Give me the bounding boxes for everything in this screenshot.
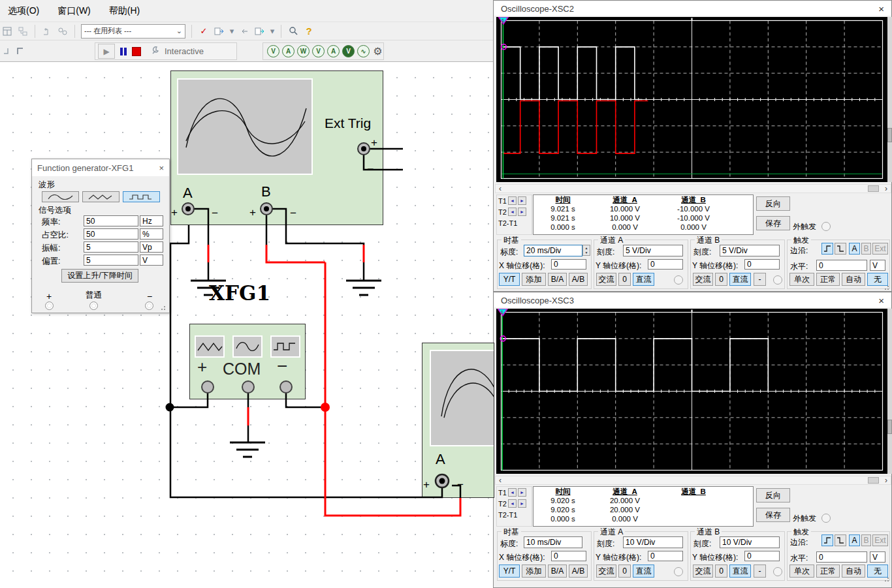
sine-wave-button[interactable] bbox=[42, 191, 79, 202]
ba-mode-button[interactable]: B/A bbox=[548, 565, 567, 578]
trigger-source-b-button[interactable]: B bbox=[861, 534, 871, 546]
single-trigger-button[interactable]: 单次 bbox=[789, 273, 814, 286]
single-trigger-button[interactable]: 单次 bbox=[789, 565, 814, 578]
window-resize-grip[interactable] bbox=[884, 284, 891, 290]
erc-check-icon[interactable]: ✓ bbox=[198, 25, 210, 37]
duty-cycle-unit[interactable]: % bbox=[140, 228, 163, 240]
t2-right-button[interactable]: ► bbox=[518, 499, 526, 508]
trigger-source-a-button[interactable]: A bbox=[849, 534, 860, 546]
offset-unit[interactable]: V bbox=[140, 255, 163, 266]
trigger-level-field[interactable]: 0 bbox=[816, 260, 867, 271]
scroll-right-icon[interactable]: › bbox=[882, 184, 891, 193]
export-icon[interactable] bbox=[214, 25, 225, 37]
oscilloscope-xsc3-window[interactable]: Oscilloscope-XSC3 × 1 ‹ › T1 ◄ ► T2 ◄ ► … bbox=[493, 292, 892, 588]
digital-probe-icon[interactable]: ∿ bbox=[357, 45, 370, 57]
t2-left-button[interactable]: ◄ bbox=[508, 208, 517, 216]
window-resize-grip[interactable] bbox=[884, 576, 891, 582]
minus-coupling-button[interactable]: - bbox=[754, 565, 766, 578]
y-position-field[interactable]: 0 bbox=[648, 551, 683, 561]
back-annotate-icon[interactable] bbox=[238, 25, 250, 37]
channel-scale-field[interactable]: 5 V/Div bbox=[623, 245, 683, 256]
in-use-list-dropdown[interactable]: --- 在用列表 --- ⌄ bbox=[81, 24, 185, 39]
schematic-canvas[interactable]: Ext Trig + − A + − B + − XFG1 + COM − A … bbox=[0, 62, 494, 588]
falling-edge-icon[interactable] bbox=[835, 534, 846, 546]
scope-right-strip-thumb[interactable] bbox=[887, 128, 892, 142]
rising-edge-icon[interactable] bbox=[821, 534, 833, 546]
y-position-field[interactable]: 0 bbox=[648, 259, 683, 270]
annotate-dropdown-icon[interactable]: ▾ bbox=[270, 25, 275, 37]
dc-coupling-button[interactable]: 直流 bbox=[633, 565, 654, 578]
trigger-source-b-button[interactable]: B bbox=[861, 243, 871, 255]
menu-help[interactable]: 帮助(H) bbox=[109, 5, 140, 17]
ac-coupling-button[interactable]: 交流 bbox=[596, 273, 616, 286]
t1-right-button[interactable]: ► bbox=[518, 196, 526, 205]
yt-mode-button[interactable]: Y/T bbox=[499, 565, 520, 578]
voltage-probe-icon[interactable]: V bbox=[267, 45, 279, 57]
window-grid-icon[interactable] bbox=[1, 25, 13, 37]
output-common-radio[interactable] bbox=[89, 302, 98, 310]
falling-edge-icon[interactable] bbox=[835, 243, 846, 255]
square-wave-button[interactable] bbox=[123, 191, 160, 202]
function-generator-dialog[interactable]: Function generator-XFG1 × 波形 信号选项 频率: 50… bbox=[31, 159, 170, 313]
menu-options[interactable]: 选项(O) bbox=[8, 5, 39, 17]
ac-coupling-button[interactable]: 交流 bbox=[693, 565, 713, 578]
channel-scale-field[interactable]: 10 V/Div bbox=[720, 536, 780, 548]
t2-left-button[interactable]: ◄ bbox=[508, 499, 517, 508]
auto-trigger-button[interactable]: 自动 bbox=[842, 273, 865, 286]
export-dropdown-icon[interactable]: ▾ bbox=[229, 25, 234, 37]
current-probe-icon[interactable]: A bbox=[282, 45, 295, 57]
channel-radio[interactable] bbox=[773, 275, 782, 285]
auto-trigger-button[interactable]: 自动 bbox=[842, 565, 865, 578]
channel-radio[interactable] bbox=[674, 567, 683, 576]
triangle-wave-button[interactable] bbox=[82, 191, 119, 202]
scroll-thumb[interactable] bbox=[868, 477, 879, 484]
yt-mode-button[interactable]: Y/T bbox=[499, 273, 520, 286]
dialog-title-bar[interactable]: Function generator-XFG1 × bbox=[32, 159, 169, 176]
zero-coupling-button[interactable]: 0 bbox=[618, 565, 631, 578]
channel-scale-field[interactable]: 10 V/Div bbox=[623, 536, 683, 548]
zero-coupling-button[interactable]: 0 bbox=[715, 565, 727, 578]
zero-coupling-button[interactable]: 0 bbox=[715, 273, 727, 286]
pause-button[interactable] bbox=[120, 48, 127, 55]
dc-coupling-button[interactable]: 直流 bbox=[729, 273, 751, 286]
trigger-level-unit[interactable]: V bbox=[870, 551, 885, 563]
menu-window[interactable]: 窗口(W) bbox=[57, 5, 91, 17]
ba-mode-button[interactable]: B/A bbox=[548, 273, 567, 286]
terminals[interactable] bbox=[182, 143, 449, 487]
ext-trigger-radio[interactable] bbox=[821, 222, 831, 231]
find-icon[interactable] bbox=[287, 25, 299, 37]
normal-trigger-button[interactable]: 正常 bbox=[816, 273, 840, 286]
scope-hscrollbar[interactable] bbox=[495, 476, 891, 485]
scroll-thumb[interactable] bbox=[868, 185, 879, 192]
amplitude-unit[interactable]: Vp bbox=[140, 241, 163, 253]
help-icon[interactable]: ? bbox=[303, 25, 315, 37]
wire-corner-icon[interactable] bbox=[1, 45, 13, 57]
ac-coupling-button[interactable]: 交流 bbox=[693, 273, 713, 286]
channel-radio[interactable] bbox=[773, 567, 782, 576]
minus-coupling-button[interactable]: - bbox=[754, 273, 766, 286]
duty-cycle-input[interactable]: 50 bbox=[84, 228, 138, 240]
normal-trigger-button[interactable]: 正常 bbox=[816, 565, 840, 578]
oscilloscope-xsc2-window[interactable]: Oscilloscope-XSC2 × 1 ‹ › T1 ◄ ► T2 ◄ ► … bbox=[493, 0, 892, 292]
trigger-level-unit[interactable]: V bbox=[870, 260, 885, 271]
add-mode-button[interactable]: 添加 bbox=[522, 565, 546, 578]
forward-annotate-icon[interactable] bbox=[254, 25, 266, 37]
timebase-scale-field[interactable]: 20 ms/Div bbox=[524, 245, 582, 256]
reverse-button[interactable]: 反向 bbox=[756, 488, 790, 503]
ab-mode-button[interactable]: A/B bbox=[569, 273, 588, 286]
dialog-resize-grip[interactable] bbox=[161, 304, 167, 311]
save-button[interactable]: 保存 bbox=[756, 216, 790, 230]
sheet-group-icon[interactable] bbox=[57, 25, 69, 37]
set-rise-fall-button[interactable]: 设置上升/下降时间 bbox=[61, 269, 138, 283]
ab-mode-button[interactable]: A/B bbox=[569, 565, 588, 578]
t1-left-button[interactable]: ◄ bbox=[508, 488, 517, 497]
reverse-button[interactable]: 反向 bbox=[756, 196, 790, 211]
offset-input[interactable]: 5 bbox=[84, 255, 138, 266]
voltage-ref-probe-icon[interactable]: V bbox=[342, 45, 355, 57]
zero-coupling-button[interactable]: 0 bbox=[618, 273, 631, 286]
voltage-current-probe-icon[interactable]: A bbox=[327, 45, 340, 57]
output-minus-radio[interactable] bbox=[145, 302, 153, 310]
stop-button[interactable] bbox=[132, 47, 141, 56]
probe-settings-gear-icon[interactable]: ⚙ bbox=[372, 46, 383, 57]
ac-coupling-button[interactable]: 交流 bbox=[596, 565, 616, 578]
